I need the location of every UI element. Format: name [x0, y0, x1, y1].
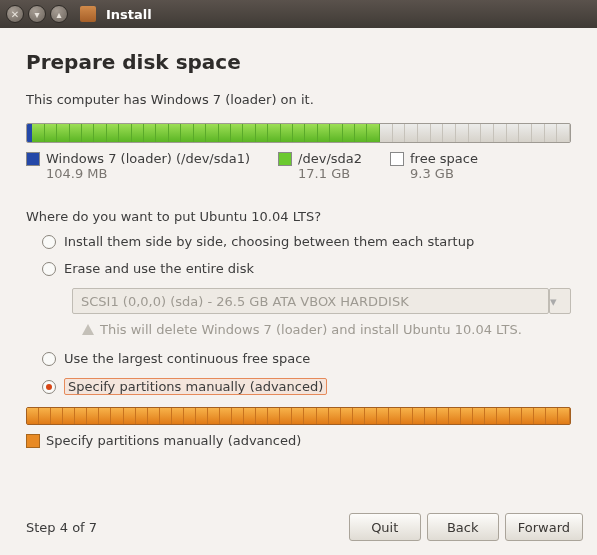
dropdown-value: SCSI1 (0,0,0) (sda) - 26.5 GB ATA VBOX H… — [81, 294, 409, 309]
close-icon[interactable]: ✕ — [6, 5, 24, 23]
option-side-by-side[interactable]: Install them side by side, choosing betw… — [42, 234, 571, 249]
titlebar[interactable]: ✕ ▾ ▴ Install — [0, 0, 597, 28]
page-title: Prepare disk space — [26, 50, 571, 74]
option-largest-free[interactable]: Use the largest continuous free space — [42, 351, 571, 366]
legend-item-free: free space 9.3 GB — [390, 151, 478, 181]
warning-icon — [82, 324, 94, 335]
detected-os-text: This computer has Windows 7 (loader) on … — [26, 92, 571, 107]
window-title: Install — [106, 7, 152, 22]
option-label: Erase and use the entire disk — [64, 261, 254, 276]
disk-seg-free — [380, 124, 570, 142]
install-window: ✕ ▾ ▴ Install Prepare disk space This co… — [0, 0, 597, 555]
maximize-icon[interactable]: ▴ — [50, 5, 68, 23]
radio-side-by-side[interactable] — [42, 235, 56, 249]
radio-largest-free[interactable] — [42, 352, 56, 366]
quit-button[interactable]: Quit — [349, 513, 421, 541]
step-indicator: Step 4 of 7 — [26, 520, 97, 535]
option-label: Specify partitions manually (advanced) — [64, 378, 327, 395]
legend-item-sda2: /dev/sda2 17.1 GB — [278, 151, 362, 181]
content-area: Prepare disk space This computer has Win… — [0, 28, 597, 555]
legend-item-sda1: Windows 7 (loader) (/dev/sda1) 104.9 MB — [26, 151, 250, 181]
minimize-icon[interactable]: ▾ — [28, 5, 46, 23]
disk-select-dropdown[interactable]: SCSI1 (0,0,0) (sda) - 26.5 GB ATA VBOX H… — [72, 288, 549, 314]
option-label: Install them side by side, choosing betw… — [64, 234, 474, 249]
option-erase[interactable]: Erase and use the entire disk — [42, 261, 571, 276]
legend-label: /dev/sda2 — [298, 151, 362, 166]
footer: Step 4 of 7 Quit Back Forward — [26, 513, 583, 541]
back-button[interactable]: Back — [427, 513, 499, 541]
forward-button[interactable]: Forward — [505, 513, 583, 541]
app-icon — [80, 6, 96, 22]
dropdown-arrow-icon[interactable]: ▾ — [549, 288, 571, 314]
option-manual[interactable]: Specify partitions manually (advanced) — [42, 378, 571, 395]
radio-manual[interactable] — [42, 380, 56, 394]
legend-sub: 17.1 GB — [298, 166, 362, 181]
manual-partition-bar — [26, 407, 571, 425]
erase-warning-row: This will delete Windows 7 (loader) and … — [42, 322, 571, 337]
option-label: Use the largest continuous free space — [64, 351, 310, 366]
question-text: Where do you want to put Ubuntu 10.04 LT… — [26, 209, 571, 224]
swatch-orange-icon — [26, 434, 40, 448]
swatch-free-icon — [390, 152, 404, 166]
bottom-summary-text: Specify partitions manually (advanced) — [46, 433, 301, 448]
legend-label: Windows 7 (loader) (/dev/sda1) — [46, 151, 250, 166]
disk-legend: Windows 7 (loader) (/dev/sda1) 104.9 MB … — [26, 151, 571, 181]
swatch-blue-icon — [26, 152, 40, 166]
disk-seg-sda2 — [32, 124, 380, 142]
disk-usage-bar — [26, 123, 571, 143]
warning-text: This will delete Windows 7 (loader) and … — [100, 322, 522, 337]
radio-erase[interactable] — [42, 262, 56, 276]
legend-sub: 104.9 MB — [46, 166, 250, 181]
legend-sub: 9.3 GB — [410, 166, 478, 181]
options-group: Install them side by side, choosing betw… — [26, 234, 571, 395]
bottom-legend: Specify partitions manually (advanced) — [26, 433, 571, 448]
legend-label: free space — [410, 151, 478, 166]
swatch-green-icon — [278, 152, 292, 166]
